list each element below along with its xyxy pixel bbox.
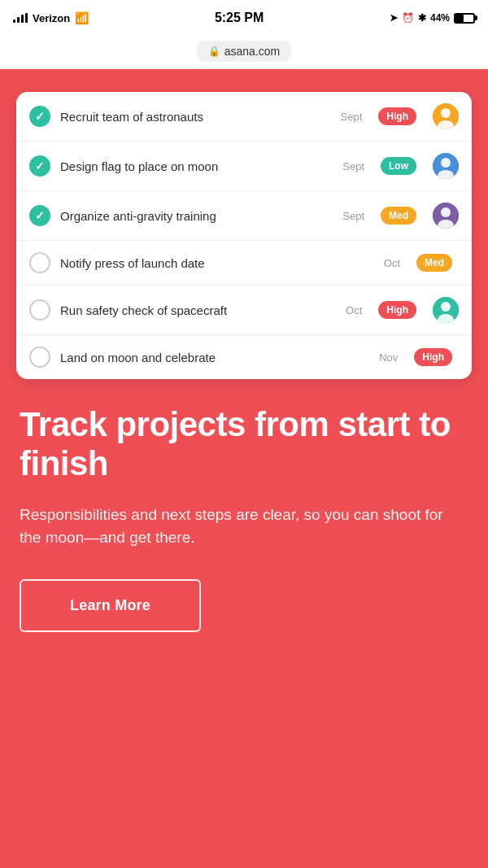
main-content: ✓Recruit team of astronautsSeptHigh ✓Des… (0, 69, 488, 868)
avatar (433, 203, 459, 229)
checkmark-icon: ✓ (35, 209, 45, 222)
task-checkbox[interactable]: ✓ (29, 155, 50, 177)
task-checkbox[interactable] (29, 347, 50, 368)
task-month: Sept (341, 111, 363, 123)
avatar (433, 103, 459, 129)
checkmark-icon: ✓ (35, 159, 45, 172)
lock-icon: 🔒 (208, 46, 220, 57)
priority-badge: Low (381, 157, 416, 175)
status-right: ➤ ⏰ ✱ 44% (390, 12, 475, 24)
task-row[interactable]: Notify press of launch dateOctMed (16, 241, 472, 286)
svg-point-1 (441, 108, 451, 118)
svg-point-4 (441, 158, 451, 168)
task-month: Nov (379, 351, 398, 364)
task-row[interactable]: ✓Organize anti-gravity trainingSeptMed (16, 191, 472, 241)
task-name: Land on moon and celebrate (60, 351, 369, 364)
task-row[interactable]: Land on moon and celebrateNovHigh (16, 335, 472, 379)
time-label: 5:25 PM (215, 11, 264, 25)
task-name: Notify press of launch date (60, 256, 374, 270)
task-checkbox[interactable] (29, 299, 50, 321)
avatar (433, 153, 459, 179)
task-name: Run safety check of spacecraft (60, 303, 336, 317)
task-name: Design flag to place on moon (60, 159, 333, 173)
carrier-label: Verizon (33, 12, 70, 24)
priority-badge: High (414, 348, 452, 366)
wifi-icon: 📶 (75, 11, 89, 24)
alarm-icon: ⏰ (402, 12, 414, 24)
task-row[interactable]: ✓Design flag to place on moonSeptLow (16, 142, 472, 191)
task-name: Organize anti-gravity training (60, 209, 333, 223)
task-name: Recruit team of astronauts (60, 110, 331, 124)
url-text: asana.com (224, 45, 280, 58)
task-list-card: ✓Recruit team of astronautsSeptHigh ✓Des… (16, 92, 472, 379)
priority-badge: Med (416, 254, 452, 272)
url-bar-inner[interactable]: 🔒 asana.com (197, 41, 291, 62)
task-month: Oct (346, 304, 362, 316)
status-left: Verizon 📶 (13, 11, 89, 24)
promo-section: Track projects from start to finish Resp… (16, 405, 472, 632)
avatar (433, 297, 459, 323)
promo-subtext: Responsibilities and next steps are clea… (20, 504, 468, 550)
task-checkbox[interactable]: ✓ (29, 106, 50, 127)
task-row[interactable]: Run safety check of spacecraftOctHigh (16, 286, 472, 335)
checkmark-icon: ✓ (35, 110, 45, 123)
url-bar: 🔒 asana.com (0, 36, 488, 69)
priority-badge: Med (381, 207, 416, 225)
svg-point-7 (441, 207, 451, 217)
task-checkbox[interactable]: ✓ (29, 205, 50, 226)
signal-bars-icon (13, 13, 28, 23)
priority-badge: High (378, 301, 416, 319)
task-month: Oct (384, 257, 400, 269)
task-checkbox[interactable] (29, 252, 50, 273)
svg-point-10 (441, 302, 451, 312)
status-bar: Verizon 📶 5:25 PM ➤ ⏰ ✱ 44% (0, 0, 488, 36)
battery-icon (454, 13, 475, 24)
learn-more-button[interactable]: Learn More (20, 579, 201, 632)
promo-headline: Track projects from start to finish (20, 405, 468, 484)
priority-badge: High (378, 107, 416, 125)
bluetooth-icon: ✱ (418, 12, 426, 24)
task-month: Sept (342, 160, 364, 172)
task-month: Sept (342, 210, 364, 222)
task-row[interactable]: ✓Recruit team of astronautsSeptHigh (16, 92, 472, 142)
battery-percentage: 44% (430, 12, 450, 24)
location-icon: ➤ (390, 12, 398, 24)
